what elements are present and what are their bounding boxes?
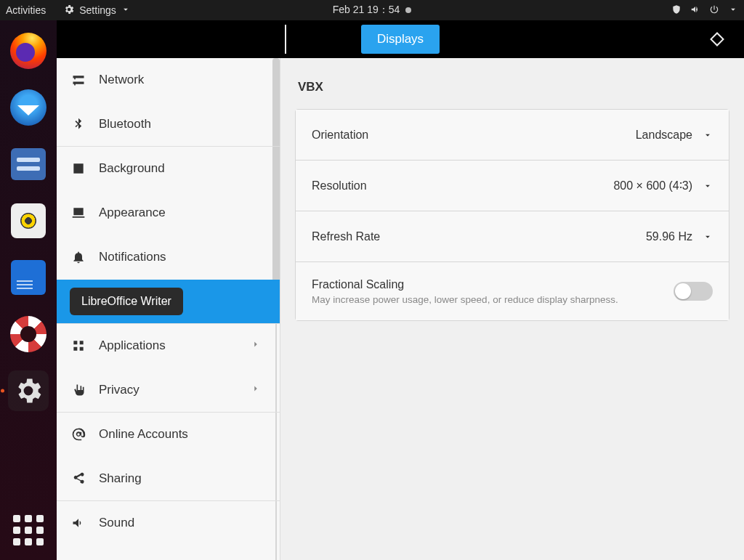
- sidebar-item-sharing[interactable]: Sharing: [57, 457, 280, 501]
- lifering-icon: [10, 316, 46, 352]
- clock[interactable]: Feb 21 19：54: [333, 4, 400, 17]
- bluetooth-icon: [71, 117, 86, 131]
- hand-icon: [71, 383, 86, 397]
- sidebar-item-bluetooth[interactable]: Bluetooth: [57, 102, 280, 147]
- row-sublabel: May increase power usage, lower speed, o…: [312, 294, 618, 305]
- app-menu[interactable]: Settings: [63, 4, 131, 17]
- sidebar-item-privacy[interactable]: Privacy: [57, 368, 280, 413]
- volume-icon[interactable]: [690, 4, 700, 17]
- chevron-right-icon: [251, 338, 261, 353]
- chevron-down-icon: [703, 130, 713, 140]
- display-name-heading: VBX: [298, 80, 729, 94]
- network-icon: [71, 73, 86, 87]
- headerbar-title[interactable]: Displays: [361, 25, 440, 54]
- dock-app-files[interactable]: [8, 144, 49, 184]
- sidebar-item-label: Notifications: [99, 250, 166, 264]
- chevron-right-icon: [251, 383, 261, 397]
- sidebar-item-label: Applications: [99, 338, 166, 353]
- sidebar-item-network[interactable]: Network: [57, 58, 280, 102]
- settings-content: VBX Orientation Landscape Resolution 800…: [280, 58, 744, 560]
- show-applications-button[interactable]: [13, 515, 44, 545]
- firefox-icon: [10, 33, 46, 69]
- dock-tooltip: LibreOffice Writer: [70, 288, 183, 315]
- row-fractional-scaling: Fractional Scaling May increase power us…: [296, 262, 729, 320]
- row-value: 800 × 600 (4∶3): [613, 179, 692, 192]
- settings-window-body: Network Bluetooth Background Appearance …: [57, 58, 744, 560]
- row-orientation[interactable]: Orientation Landscape: [296, 110, 729, 161]
- chevron-down-icon: [703, 232, 713, 242]
- fractional-scaling-toggle[interactable]: [674, 282, 713, 301]
- thunderbird-icon: [10, 89, 46, 126]
- row-value-dropdown[interactable]: 800 × 600 (4∶3): [613, 179, 713, 192]
- row-resolution[interactable]: Resolution 800 × 600 (4∶3): [296, 161, 729, 211]
- sidebar-item-label: Bluetooth: [99, 117, 151, 131]
- dock-app-writer[interactable]: [8, 257, 49, 298]
- speaker-icon: [11, 203, 46, 238]
- chevron-down-icon: [703, 181, 713, 191]
- row-value-dropdown[interactable]: 59.96 Hz: [646, 230, 713, 243]
- display-settings-panel: Orientation Landscape Resolution 800 × 6…: [295, 109, 729, 321]
- sidebar-item-label: Online Accounts: [99, 427, 188, 442]
- row-value: 59.96 Hz: [646, 230, 692, 243]
- share-icon: [71, 471, 86, 486]
- dock-app-firefox[interactable]: [8, 31, 49, 71]
- row-label: Refresh Rate: [312, 230, 380, 243]
- at-icon: [71, 427, 86, 442]
- row-label: Resolution: [312, 179, 367, 192]
- headerbar-separator: [285, 25, 286, 54]
- settings-sidebar: Network Bluetooth Background Appearance …: [57, 58, 280, 560]
- shield-icon[interactable]: [671, 4, 682, 17]
- sidebar-item-sound[interactable]: Sound: [57, 501, 280, 545]
- dock-app-rhythmbox[interactable]: [8, 200, 49, 241]
- dock-app-thunderbird[interactable]: [8, 87, 49, 128]
- row-value: Landscape: [636, 129, 692, 142]
- image-icon: [71, 161, 86, 176]
- grid-icon: [71, 338, 86, 353]
- notification-dot-icon: [405, 7, 411, 13]
- gear-icon: [63, 4, 75, 17]
- dock-app-settings[interactable]: [8, 370, 49, 411]
- sidebar-item-label: Privacy: [99, 383, 140, 397]
- document-icon: [11, 260, 46, 295]
- sidebar-item-label: Appearance: [99, 206, 166, 220]
- window-headerbar: Displays: [57, 20, 744, 58]
- sidebar-item-label: Sharing: [99, 471, 142, 486]
- row-value-dropdown[interactable]: Landscape: [636, 129, 713, 142]
- chevron-down-icon: [121, 4, 131, 17]
- row-label: Orientation: [312, 129, 368, 142]
- sound-icon: [71, 516, 86, 530]
- sidebar-item-appearance[interactable]: Appearance: [57, 191, 280, 235]
- bell-icon: [71, 250, 86, 264]
- sidebar-item-notifications[interactable]: Notifications: [57, 235, 280, 280]
- dock-app-help[interactable]: [8, 314, 49, 354]
- sidebar-item-online-accounts[interactable]: Online Accounts: [57, 413, 280, 457]
- ubuntu-dock: [0, 20, 57, 560]
- files-icon: [11, 148, 46, 180]
- gear-icon: [11, 373, 46, 408]
- sidebar-item-displays[interactable]: LibreOffice Writer: [57, 280, 280, 324]
- sidebar-item-background[interactable]: Background: [57, 147, 280, 191]
- appearance-icon: [71, 206, 86, 220]
- app-menu-label: Settings: [79, 4, 116, 16]
- row-label: Fractional Scaling: [312, 278, 618, 291]
- row-refresh-rate[interactable]: Refresh Rate 59.96 Hz: [296, 211, 729, 262]
- sidebar-item-label: Sound: [99, 516, 134, 530]
- gnome-top-bar: Activities Settings Feb 21 19：54: [0, 0, 744, 20]
- power-icon[interactable]: [709, 4, 719, 17]
- sidebar-item-label: Network: [99, 73, 144, 87]
- sidebar-item-applications[interactable]: Applications: [57, 324, 280, 368]
- display-layout-icon[interactable]: [710, 32, 724, 46]
- activities-button[interactable]: Activities: [6, 4, 46, 16]
- sidebar-item-label: Background: [99, 161, 165, 176]
- chevron-down-icon[interactable]: [728, 4, 738, 17]
